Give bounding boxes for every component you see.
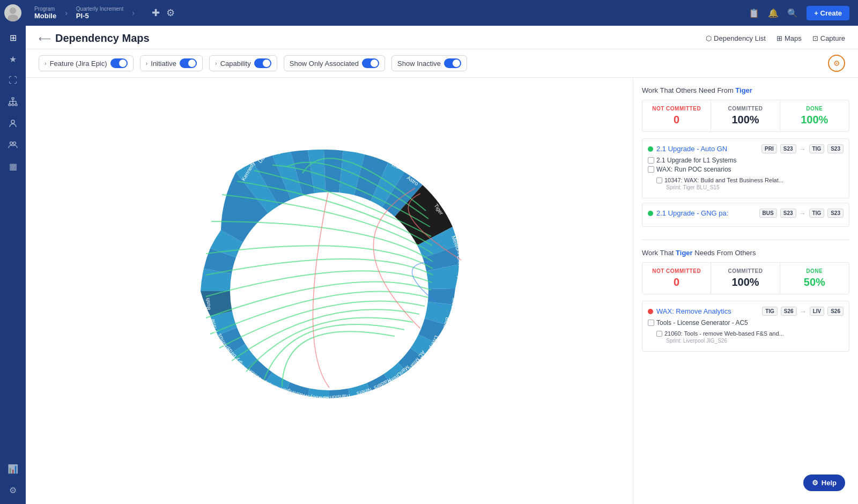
sidebar-icon-people[interactable] (3, 114, 23, 133)
stat-not-committed-2: NOT COMMITTED 0 (642, 263, 711, 294)
dep-to-badge-3: LIV (810, 307, 825, 316)
tiger-needs-title: Work That Tiger Needs From Others (642, 249, 849, 257)
committed-label-2: COMMITTED (716, 268, 774, 274)
create-button[interactable]: + Create (807, 6, 849, 20)
sidebar-icon-chart[interactable]: 📊 (3, 459, 23, 478)
dep-list-icon: ⬡ (706, 34, 712, 42)
topnav-actions: ✚ ⚙ (152, 7, 175, 19)
svg-point-14 (230, 192, 428, 390)
topnav-right: 📋 🔔 🔍 + Create (749, 6, 849, 20)
sidebar-icon-network[interactable]: ⛶ (3, 71, 23, 90)
dep-header-3: WAX: Remove Analytics TIG S26 → LIV S26 (648, 307, 844, 316)
dep-detail-item-1: 10347: WAX: Build and Test Business Rela… (656, 177, 844, 183)
feature-toggle[interactable] (110, 58, 128, 68)
page-title: Dependency Maps (55, 32, 150, 45)
clipboard-icon[interactable]: 📋 (749, 8, 759, 18)
maps-link[interactable]: ⊞ Maps (776, 34, 802, 42)
capability-toggle[interactable] (254, 58, 271, 68)
dep-detail-check-3[interactable] (656, 331, 662, 337)
avatar[interactable] (4, 4, 21, 21)
show-inactive-toggle[interactable] (444, 58, 461, 68)
tiger-needs-stats: NOT COMMITTED 0 COMMITTED 100% DONE 50% (642, 262, 849, 294)
initiative-toggle[interactable] (180, 58, 197, 68)
dep-detail-check-1[interactable] (656, 177, 662, 183)
done-label-2: DONE (786, 268, 844, 274)
initiative-chevron: › (146, 60, 148, 66)
show-only-associated-toggle[interactable] (362, 58, 379, 68)
dep-link-3[interactable]: WAX: Remove Analytics (656, 307, 759, 315)
chord-diagram-area: Kennedy Dallas Clodia Alpa Beta Elephant… (26, 78, 633, 504)
others-need-section: Work That Others Need From Tiger NOT COM… (642, 86, 849, 227)
show-only-associated-label: Show Only Associated (290, 60, 359, 68)
sidebar-icon-settings[interactable]: ⚙ (3, 480, 23, 500)
others-need-stats: NOT COMMITTED 0 COMMITTED 100% DONE 100% (642, 100, 849, 132)
maps-icon: ⊞ (776, 34, 782, 42)
sidebar-icon-star[interactable]: ★ (3, 49, 23, 69)
chord-svg: Kennedy Dallas Clodia Alpa Beta Elephant… (142, 103, 517, 479)
committed-val-1: 100% (716, 114, 774, 126)
dep-item-3: WAX: Remove Analytics TIG S26 → LIV S26 … (642, 301, 849, 352)
dep-status-dot-2 (648, 211, 653, 216)
dep-link-2[interactable]: 2.1 Upgrade - GNG pa: (656, 209, 756, 217)
help-button[interactable]: ⚙ Help (803, 475, 845, 491)
show-inactive-filter[interactable]: Show Inactive (391, 55, 467, 71)
initiative-filter[interactable]: › Initiative (140, 55, 203, 71)
program-label: Program (34, 6, 56, 12)
dep-link-1[interactable]: 2.1 Upgrade - Auto GN (656, 145, 758, 153)
dep-sub-3a: Tools - License Generator - AC5 (648, 319, 844, 327)
svg-point-1 (8, 14, 18, 21)
page-header: ⟵ Dependency Maps ⬡ Dependency List ⊞ Ma… (26, 26, 858, 49)
dep-list-link[interactable]: ⬡ Dependency List (706, 34, 766, 42)
feature-label: Feature (Jira Epic) (50, 60, 107, 68)
not-committed-val-1: 0 (648, 114, 705, 126)
dep-item-2: 2.1 Upgrade - GNG pa: BUS S23 → TIG S23 (642, 203, 849, 227)
qi-nav[interactable]: Quarterly Increment PI-5 (76, 6, 123, 20)
settings-circle-icon[interactable]: ⚙ (828, 55, 845, 72)
dep-check-3a[interactable] (648, 320, 654, 326)
capability-filter[interactable]: › Capability (209, 55, 277, 71)
qi-value: PI-5 (76, 12, 123, 20)
show-only-associated-filter[interactable]: Show Only Associated (284, 55, 385, 71)
stat-committed-2: COMMITTED 100% (711, 263, 780, 294)
tiger-link-1[interactable]: Tiger (735, 86, 752, 94)
dep-sub-1b: WAX: Run POC scenarios (648, 166, 844, 173)
dep-detail-item-3: 21060: Tools - remove Web-based F&S and.… (656, 330, 844, 337)
feature-filter[interactable]: › Feature (Jira Epic) (39, 55, 134, 71)
dep-check-1a[interactable] (648, 157, 654, 164)
settings-cog-icon[interactable]: ⚙ (166, 7, 175, 19)
search-icon[interactable]: 🔍 (787, 8, 798, 18)
svg-text:Beta: Beta (312, 139, 325, 149)
sidebar-icon-hierarchy[interactable] (3, 92, 23, 112)
svg-rect-2 (12, 98, 14, 99)
right-panel: Work That Others Need From Tiger NOT COM… (633, 78, 858, 504)
svg-point-0 (10, 8, 16, 14)
dep-arrow-3: → (800, 308, 807, 315)
dep-from-sprint-3: S26 (781, 307, 797, 316)
svg-text:NewCastle: NewCastle (351, 142, 378, 150)
dep-arrow-1: → (800, 145, 806, 153)
svg-text:Elephant: Elephant (330, 137, 352, 148)
dep-to-sprint-2: S23 (827, 209, 844, 218)
initiative-label: Initiative (151, 60, 176, 68)
sidebar-icon-board[interactable]: ▦ (3, 157, 23, 176)
svg-rect-5 (15, 104, 17, 106)
capture-link[interactable]: ⊡ Capture (812, 34, 845, 42)
tiger-needs-section: Work That Tiger Needs From Others NOT CO… (642, 249, 849, 352)
sidebar-icon-teams[interactable] (3, 135, 23, 154)
dep-sprint-3: Sprint: Liverpool JIG_S26 (656, 338, 844, 344)
sidebar-icon-home[interactable]: ⊞ (3, 28, 23, 47)
tiger-link-2[interactable]: Tiger (676, 249, 693, 257)
dep-status-dot-1 (648, 146, 653, 152)
program-nav[interactable]: Program Mobile (34, 6, 56, 20)
add-button[interactable]: ✚ (152, 7, 160, 19)
bell-icon[interactable]: 🔔 (768, 8, 779, 18)
dep-check-1b[interactable] (648, 166, 654, 173)
nav-sep-2: › (132, 9, 135, 17)
done-label-1: DONE (786, 106, 844, 112)
dep-from-badge-1: PRI (761, 144, 777, 153)
committed-val-2: 100% (716, 276, 774, 288)
dep-sprint-1: Sprint: Tiger BLU_S15 (656, 184, 844, 190)
svg-point-13 (13, 142, 16, 145)
stat-done-1: DONE 100% (780, 100, 849, 131)
svg-rect-3 (9, 104, 11, 106)
